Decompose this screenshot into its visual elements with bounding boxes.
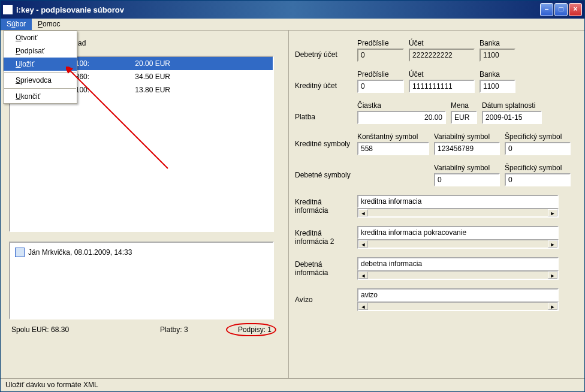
kreditna-info2-input[interactable] [357,226,559,239]
scrollbar[interactable]: ◄► [357,239,559,249]
scroll-right-icon[interactable]: ► [548,303,557,310]
summary-row: Spolu EUR: 68.30 Platby: 3 Podpisy: 1 [9,325,274,334]
mena-input[interactable] [451,111,477,124]
row-kreditna-info2: Kreditná informácia 2 ◄► [295,226,574,249]
menu-item-podpisat[interactable]: Podpísať [4,44,77,58]
scroll-right-icon[interactable]: ► [548,240,557,248]
label-debetne-symboly: Debetné symboly [295,171,352,179]
content-area: ad 1. 1111111111/1100: 20.00 EUR 2. 8888… [1,31,584,378]
menu-item-ukoncit[interactable]: Ukončiť [4,90,77,103]
avizo-input[interactable] [357,288,559,301]
signature-icon [15,248,25,257]
window-title: i:key - podpisovanie súborov [16,5,540,14]
ciastka-input[interactable] [357,111,446,124]
label-kreditna-info: Kreditná informácia [295,198,352,215]
menu-item-sprievodca[interactable]: Sprievodca [4,74,77,87]
row-avizo: Avízo ◄► [295,288,574,311]
statusbar: Uložiť dávku vo formáte XML [1,378,584,391]
scrollbar[interactable]: ◄► [357,270,559,280]
datum-input[interactable] [482,111,542,124]
kredit-varia-input[interactable] [434,142,500,155]
right-panel: Debetný účet Predčíslie0 Účet2222222222 … [288,31,584,378]
total-eur: Spolu EUR: 68.30 [11,325,141,334]
signatures-box: Ján Mrkvička, 08.01.2009, 14:33 [9,242,274,319]
debet-varia-input[interactable] [434,173,500,186]
menu-item-otvorit[interactable]: Otvoriť [4,31,77,44]
debet-predcislie: 0 [357,49,404,62]
row-kreditny-ucet: Kreditný účet Predčíslie Účet Banka [295,70,574,93]
debetna-info-input[interactable] [357,257,559,270]
debet-spec-input[interactable] [505,173,571,186]
label-debetny-ucet: Debetný účet [295,42,352,59]
close-button[interactable]: × [569,3,582,16]
scrollbar[interactable]: ◄► [357,301,559,311]
label-avizo: Avízo [295,295,352,304]
scroll-right-icon[interactable]: ► [548,272,557,279]
payments-count: Platby: 3 [141,325,207,334]
kredit-spec-input[interactable] [505,142,571,155]
debet-ucet: 2222222222 [409,49,475,62]
signatures-count: Podpisy: 1 [207,325,272,334]
subor-dropdown: Otvoriť Podpísať Uložiť Sprievodca Ukonč… [3,31,77,104]
signature-line: Ján Mrkvička, 08.01.2009, 14:33 [15,248,268,257]
row-platba: Platba Čiastka Mena Dátum splatnosti [295,101,574,124]
scroll-left-icon[interactable]: ◄ [358,209,368,216]
kredit-ucet-input[interactable] [409,80,475,93]
row-debetna-info: Debetná informácia ◄► [295,257,574,280]
row-debetny-ucet: Debetný účet Predčíslie0 Účet2222222222 … [295,39,574,62]
label-kreditna-info2: Kreditná informácia 2 [295,229,352,246]
signature-text: Ján Mrkvička, 08.01.2009, 14:33 [28,248,132,257]
minimize-button[interactable]: – [540,3,553,16]
separator [4,72,76,73]
window-controls: – □ × [540,3,582,16]
annotation-circle [226,323,276,336]
scroll-left-icon[interactable]: ◄ [358,240,368,248]
kredit-predcislie-input[interactable] [357,80,404,93]
app-window: i:key - podpisovanie súborov – □ × Súbor… [0,0,585,392]
menu-item-ulozit[interactable]: Uložiť [4,58,77,71]
scroll-left-icon[interactable]: ◄ [358,272,368,279]
row-kreditne-symboly: Kreditné symboly Konštantný symbol Varia… [295,132,574,155]
scroll-right-icon[interactable]: ► [548,209,557,216]
statusbar-text: Uložiť dávku vo formáte XML [5,381,98,389]
row-debetne-symboly: Debetné symboly Variabilný symbol Špecif… [295,164,574,186]
kredit-konst-input[interactable] [357,142,429,155]
app-icon [3,5,13,14]
label-platba: Platba [295,104,352,121]
maximize-button[interactable]: □ [554,3,568,16]
scroll-left-icon[interactable]: ◄ [358,303,368,310]
label-kreditne-symboly: Kreditné symboly [295,140,352,148]
titlebar: i:key - podpisovanie súborov – □ × [1,1,584,19]
menu-subor[interactable]: Súbor [1,19,32,30]
kredit-banka-input[interactable] [480,80,515,93]
row-kreditna-info: Kreditná informácia ◄► [295,195,574,218]
label-debetna-info: Debetná informácia [295,260,352,277]
debet-banka: 1100 [480,49,515,62]
separator [4,88,76,89]
menubar: Súbor Pomoc [1,19,584,31]
label-kreditny-ucet: Kreditný účet [295,73,352,90]
kreditna-info-input[interactable] [357,195,559,208]
scrollbar[interactable]: ◄► [357,208,559,218]
menu-pomoc[interactable]: Pomoc [32,19,66,30]
